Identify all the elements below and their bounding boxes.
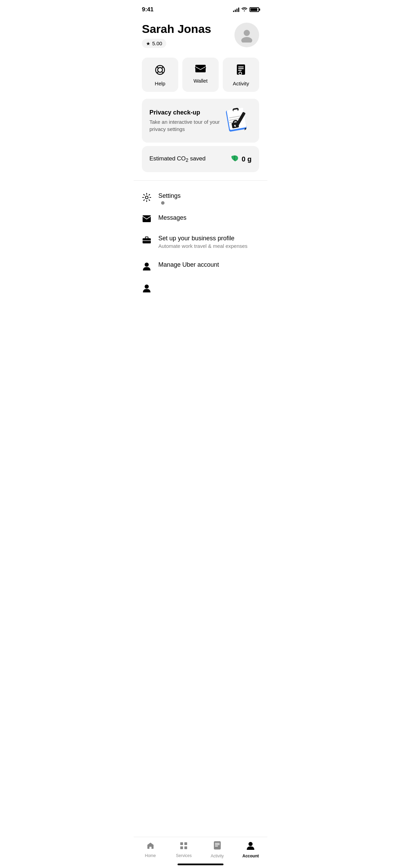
wifi-icon: [241, 7, 247, 12]
svg-line-5: [162, 67, 163, 69]
person-icon: [142, 262, 151, 271]
avatar-silhouette: [239, 27, 254, 43]
co2-value-wrapper: 0 g: [231, 154, 252, 165]
activity-label: Activity: [233, 81, 249, 86]
manage-account-menu-item[interactable]: Manage Uber account: [134, 255, 267, 277]
messages-menu-item[interactable]: Messages: [134, 208, 267, 229]
battery-icon: [250, 7, 259, 12]
settings-title: Settings: [158, 192, 181, 200]
wallet-action[interactable]: Wallet: [182, 58, 219, 92]
help-action[interactable]: Help: [142, 58, 178, 92]
svg-line-6: [157, 72, 159, 73]
gear-icon: [142, 193, 151, 202]
star-icon: ★: [146, 41, 150, 46]
wallet-icon: [195, 64, 206, 74]
partial-icon: [142, 284, 151, 293]
briefcase-icon: [142, 236, 151, 244]
co2-label: Estimated CO2 saved: [149, 155, 206, 163]
svg-rect-14: [238, 67, 244, 68]
help-icon: [155, 64, 166, 77]
svg-line-4: [157, 67, 159, 69]
user-name: Sarah Jonas: [142, 23, 211, 35]
profile-header: Sarah Jonas ★ 5.00: [134, 17, 267, 51]
help-label: Help: [155, 81, 166, 86]
leaf-icon: [231, 154, 240, 165]
quick-actions: Help Wallet: [134, 51, 267, 96]
envelope-icon: [142, 215, 151, 222]
settings-content: Settings: [158, 192, 181, 200]
user-info: Sarah Jonas ★ 5.00: [142, 23, 211, 48]
svg-point-29: [145, 196, 148, 199]
privacy-card-desc: Take an interactive tour of your privacy…: [149, 118, 221, 133]
settings-menu-item[interactable]: Settings: [134, 186, 267, 208]
activity-icon: [236, 64, 246, 77]
svg-point-35: [145, 285, 149, 289]
activity-action[interactable]: Activity: [223, 58, 259, 92]
messages-title: Messages: [158, 214, 186, 221]
menu-section: Settings Messages: [134, 183, 267, 297]
wallet-label: Wallet: [193, 78, 207, 84]
business-profile-content: Set up your business profile Automate wo…: [158, 235, 247, 249]
business-profile-subtitle: Automate work travel & meal expenses: [158, 243, 247, 249]
co2-card[interactable]: Estimated CO2 saved 0 g: [142, 146, 259, 172]
svg-rect-16: [238, 70, 242, 71]
svg-point-1: [241, 37, 252, 43]
rating-value: 5.00: [152, 40, 162, 46]
manage-account-content: Manage Uber account: [158, 261, 219, 268]
svg-rect-17: [239, 72, 242, 75]
status-time: 9:41: [142, 6, 154, 13]
rating-badge: ★ 5.00: [142, 39, 166, 48]
svg-rect-15: [238, 68, 244, 69]
svg-point-2: [156, 65, 165, 74]
business-profile-menu-item[interactable]: Set up your business profile Automate wo…: [134, 229, 267, 255]
manage-account-title: Manage Uber account: [158, 261, 219, 268]
avatar[interactable]: [234, 23, 259, 47]
signal-icon: [233, 7, 239, 12]
svg-point-0: [244, 30, 250, 36]
status-icons: [233, 7, 259, 12]
svg-rect-32: [145, 237, 148, 239]
privacy-card-title: Privacy check-up: [149, 109, 221, 116]
privacy-card-text: Privacy check-up Take an interactive tou…: [149, 109, 221, 133]
co2-amount: 0 g: [242, 155, 252, 163]
cards-section: Privacy check-up Take an interactive tou…: [134, 96, 267, 175]
messages-content: Messages: [158, 214, 186, 221]
svg-point-34: [145, 263, 149, 267]
settings-notification-dot: [161, 201, 165, 205]
business-profile-title: Set up your business profile: [158, 235, 247, 242]
privacy-card-image: [224, 106, 252, 135]
section-divider: [134, 180, 267, 181]
svg-line-7: [162, 72, 163, 73]
privacy-card[interactable]: Privacy check-up Take an interactive tou…: [142, 99, 259, 143]
status-bar: 9:41: [134, 0, 267, 17]
partially-visible-menu-item: [134, 277, 267, 294]
